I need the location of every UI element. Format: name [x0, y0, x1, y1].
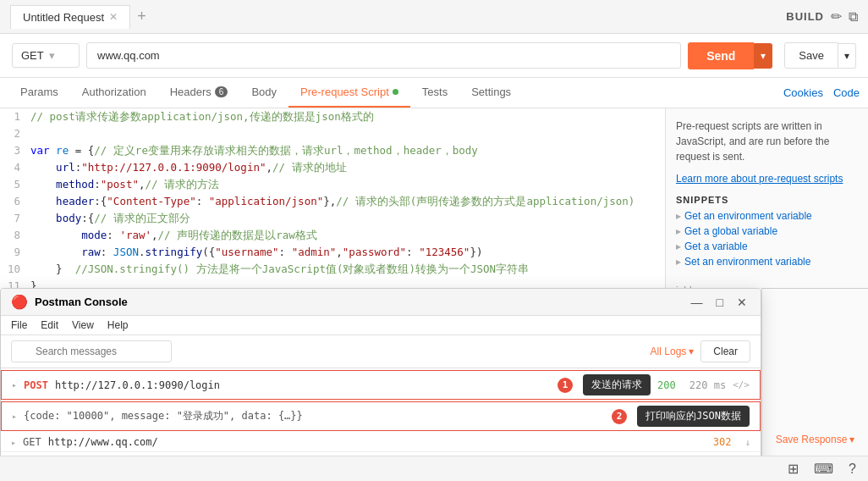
code-line-5: 5 method:"post",// 请求的方法	[0, 176, 665, 193]
code-line-10: 10 } //JSON.stringify() 方法是将一个JavaScript…	[0, 261, 665, 278]
help-icon-button[interactable]: ?	[845, 460, 860, 478]
save-button[interactable]: Save	[784, 42, 838, 69]
tabs-left: Params Authorization Headers6 Body Pre-r…	[8, 78, 523, 108]
log-expand-icon: ▸	[11, 438, 16, 447]
down-arrow-icon: ↓	[744, 437, 750, 448]
menu-view[interactable]: View	[72, 319, 94, 331]
sidebar-learn-more-link[interactable]: Learn more about pre-request scripts	[676, 173, 843, 185]
log-code-icon: </>	[733, 379, 750, 390]
tab-prerequest-script[interactable]: Pre-request Script	[288, 78, 410, 108]
all-logs-button[interactable]: All Logs ▾	[651, 346, 695, 357]
code-line-6: 6 header:{"Content-Type": "application/j…	[0, 193, 665, 210]
annotation-1-badge: 1	[558, 378, 573, 393]
code-line-8: 8 mode: 'raw',// 声明传递的数据是以raw格式	[0, 227, 665, 244]
clear-button[interactable]: Clear	[700, 340, 750, 362]
code-line-7: 7 body:{// 请求的正文部分	[0, 210, 665, 227]
method-dropdown[interactable]: GET ▾	[12, 43, 80, 68]
annotation-1-text: 发送的请求	[583, 374, 651, 395]
grid-icon-button[interactable]: ⊞	[784, 459, 802, 478]
snippet-get-global[interactable]: ▸Get a global variable	[676, 225, 858, 237]
snippet-get-env[interactable]: ▸Get an environment variable	[676, 210, 858, 222]
log-url: http://www.qq.com/	[48, 436, 706, 448]
log-expand-icon: ▸	[12, 412, 17, 421]
annotation-2-badge: 2	[612, 409, 627, 424]
tab-tests[interactable]: Tests	[410, 78, 459, 108]
url-input[interactable]	[86, 42, 681, 69]
request-tab[interactable]: Untitled Request ✕	[10, 5, 130, 29]
code-line-1: 1 // post请求传递参数application/json,传递的数据是js…	[0, 108, 665, 125]
title-bar: Untitled Request ✕ + BUILD ✏ ⧉	[0, 0, 868, 34]
code-line-2: 2	[0, 125, 665, 142]
close-button[interactable]: ✕	[733, 296, 750, 309]
snippet-set-env[interactable]: ▸Set an environment variable	[676, 256, 858, 268]
annotation-2-text: 打印响应的JSON数据	[637, 406, 750, 427]
url-bar: GET ▾ Send ▾ Save ▾	[0, 34, 868, 78]
log-row-get-qq-302[interactable]: ▸ GET http://www.qq.com/ 302 ↓	[1, 433, 761, 452]
menu-edit[interactable]: Edit	[41, 319, 58, 331]
cookies-link[interactable]: Cookies	[783, 86, 823, 99]
send-dropdown-button[interactable]: ▾	[754, 43, 772, 69]
all-logs-chevron-icon: ▾	[689, 346, 694, 357]
snippets-title: SNIPPETS	[676, 195, 858, 205]
close-icon[interactable]: ✕	[109, 11, 118, 23]
code-lines: 1 // post请求传递参数application/json,传递的数据是js…	[0, 108, 665, 295]
code-line-3: 3 var re = {// 定义re变量用来存放请求相关的数据，请求url，m…	[0, 142, 665, 159]
save-response-chevron-icon: ▾	[849, 434, 854, 445]
console-title: 🔴 Postman Console	[11, 294, 128, 310]
tab-authorization[interactable]: Authorization	[70, 78, 158, 108]
search-wrap: 🔍	[11, 340, 644, 362]
add-tab-icon[interactable]: +	[137, 8, 146, 25]
snippet-get-variable[interactable]: ▸Get a variable	[676, 240, 858, 252]
tab-headers[interactable]: Headers6	[158, 78, 240, 108]
log-time: 220 ms	[689, 379, 726, 391]
save-dropdown-button[interactable]: ▾	[838, 43, 856, 69]
console-title-text: Postman Console	[35, 296, 128, 308]
log-status: 200	[657, 379, 683, 391]
send-button[interactable]: Send	[688, 42, 754, 69]
send-button-group: Send ▾	[688, 42, 772, 69]
console-toolbar: 🔍 All Logs ▾ Clear	[1, 335, 761, 368]
console-title-bar: 🔴 Postman Console — □ ✕	[1, 289, 761, 316]
minimize-button[interactable]: —	[688, 296, 706, 309]
postman-logo-icon: 🔴	[11, 294, 28, 310]
console-menu-bar: File Edit View Help	[1, 316, 761, 335]
log-status: 302	[713, 436, 739, 448]
edit-icon[interactable]: ✏	[831, 8, 842, 25]
code-line-4: 4 url:"http://127.0.0.1:9090/login",// 请…	[0, 159, 665, 176]
search-input[interactable]	[11, 340, 172, 362]
log-url: http://127.0.0.1:9090/login	[55, 379, 546, 391]
maximize-button[interactable]: □	[713, 296, 727, 309]
log-method: GET	[23, 436, 41, 448]
title-bar-right: BUILD ✏ ⧉	[786, 8, 858, 25]
bottom-bar: ⊞ ⌨ ?	[0, 456, 868, 481]
window-icon[interactable]: ⧉	[849, 9, 858, 25]
save-button-group: Save ▾	[784, 42, 856, 69]
log-response-content: {code: "10000", message: "登录成功", data: {…	[24, 409, 600, 423]
tab-settings[interactable]: Settings	[459, 78, 523, 108]
prerequest-dot-icon	[393, 89, 398, 95]
log-method: POST	[24, 379, 48, 391]
menu-file[interactable]: File	[11, 319, 27, 331]
console-right-panel: Save Response ▾	[761, 288, 868, 456]
method-chevron-icon: ▾	[49, 49, 55, 62]
tab-title: Untitled Request	[23, 11, 104, 24]
tab-body[interactable]: Body	[239, 78, 288, 108]
all-logs-label: All Logs	[651, 346, 687, 357]
code-line-9: 9 raw: JSON.stringify({"username": "admi…	[0, 244, 665, 261]
tabs-bar: Params Authorization Headers6 Body Pre-r…	[0, 78, 868, 108]
tab-params[interactable]: Params	[8, 78, 70, 108]
tabs-right: Cookies Code	[783, 86, 860, 99]
menu-help[interactable]: Help	[107, 319, 129, 331]
postman-console: 🔴 Postman Console — □ ✕ File Edit View H…	[0, 288, 761, 473]
code-link[interactable]: Code	[833, 86, 860, 99]
build-button[interactable]: BUILD	[786, 10, 824, 23]
log-row-response[interactable]: ▸ {code: "10000", message: "登录成功", data:…	[1, 401, 761, 431]
console-window-buttons: — □ ✕	[688, 296, 750, 309]
save-response-label: Save Response	[776, 434, 848, 445]
sidebar-description: Pre-request scripts are written in JavaS…	[676, 119, 858, 164]
save-response-button[interactable]: Save Response ▾	[776, 434, 855, 449]
headers-badge: 6	[215, 86, 228, 97]
log-row-post-login[interactable]: ▸ POST http://127.0.0.1:9090/login 1 发送的…	[1, 370, 761, 400]
keyboard-icon-button[interactable]: ⌨	[810, 459, 837, 478]
method-label: GET	[21, 49, 44, 62]
